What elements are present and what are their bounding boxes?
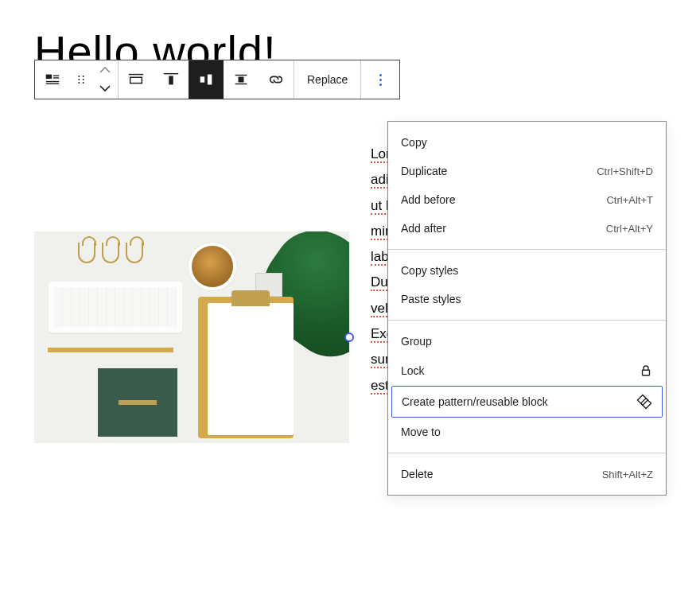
media-image-block[interactable] [34, 231, 349, 443]
svg-rect-11 [130, 77, 142, 83]
svg-rect-19 [239, 77, 243, 82]
svg-point-9 [78, 82, 80, 84]
menu-item-paste-styles[interactable]: Paste styles [388, 285, 666, 313]
svg-rect-20 [643, 370, 650, 375]
image-placeholder [34, 231, 349, 443]
svg-point-7 [78, 79, 80, 80]
replace-button[interactable]: Replace [294, 60, 360, 99]
menu-item-lock[interactable]: Lock [388, 356, 666, 386]
svg-rect-3 [46, 81, 60, 82]
align-middle-button[interactable] [189, 60, 224, 99]
move-up-button[interactable] [99, 62, 111, 80]
block-type-button[interactable] [35, 60, 70, 99]
svg-rect-2 [53, 77, 59, 78]
svg-rect-21 [637, 395, 648, 405]
more-options-dropdown: Copy Duplicate Ctrl+Shift+D Add before C… [387, 121, 667, 496]
svg-rect-16 [208, 75, 212, 85]
lock-icon [639, 364, 653, 378]
drag-handle[interactable] [70, 60, 92, 99]
menu-item-move-to[interactable]: Move to [388, 418, 666, 446]
align-none-button[interactable] [119, 60, 154, 99]
svg-point-8 [83, 79, 84, 80]
svg-rect-22 [641, 399, 651, 409]
block-toolbar: Replace [34, 60, 400, 99]
menu-item-delete[interactable]: Delete Shift+Alt+Z [388, 460, 666, 488]
pattern-icon [636, 394, 652, 410]
svg-point-5 [78, 76, 80, 77]
svg-rect-14 [169, 76, 173, 84]
menu-item-copy[interactable]: Copy [388, 128, 666, 157]
svg-rect-1 [53, 76, 59, 76]
more-options-button[interactable] [361, 60, 399, 99]
svg-rect-4 [46, 84, 60, 84]
menu-item-group[interactable]: Group [388, 327, 666, 356]
svg-point-6 [83, 76, 84, 77]
svg-point-10 [83, 82, 84, 84]
align-top-button[interactable] [154, 60, 189, 99]
svg-rect-15 [200, 76, 204, 82]
menu-item-copy-styles[interactable]: Copy styles [388, 256, 666, 285]
align-bottom-button[interactable] [224, 60, 259, 99]
menu-item-add-after[interactable]: Add after Ctrl+Alt+Y [388, 214, 666, 243]
svg-rect-0 [46, 75, 52, 80]
menu-item-add-before[interactable]: Add before Ctrl+Alt+T [388, 185, 666, 214]
move-down-button[interactable] [99, 80, 111, 97]
menu-item-duplicate[interactable]: Duplicate Ctrl+Shift+D [388, 157, 666, 185]
menu-item-create-pattern[interactable]: Create pattern/reusable block [391, 386, 663, 418]
resize-handle[interactable] [344, 332, 354, 342]
link-button[interactable] [259, 60, 294, 99]
